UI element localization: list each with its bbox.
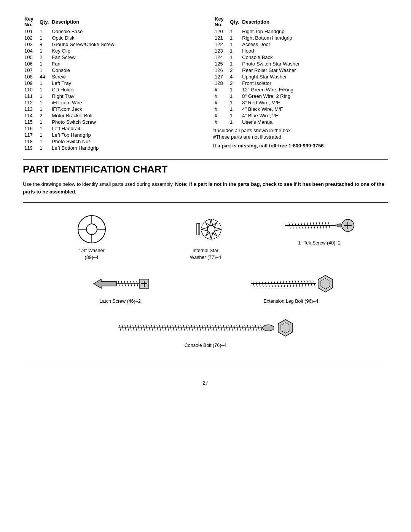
- table-row: 1071Console: [23, 67, 198, 73]
- desc-cell: 4" Black Wire, M/F: [241, 106, 388, 112]
- desc-cell: iFIT.com Wire: [50, 99, 198, 106]
- washer-icon: [75, 214, 109, 244]
- table-row: #1User's Manual: [213, 119, 388, 125]
- notes-section: *Includes all parts shown in the box #Th…: [213, 128, 388, 140]
- qty-cell: 4: [228, 73, 241, 80]
- key-no-cell: 126: [213, 67, 228, 73]
- key-no-cell: 114: [23, 112, 38, 119]
- parts-row-3: Console Bolt (76)–4: [35, 316, 376, 349]
- key-no-cell: 103: [23, 41, 38, 48]
- key-no-cell: 118: [23, 138, 38, 145]
- table-row: 1038Ground Screw/Choke Screw: [23, 41, 198, 48]
- qty-cell: 1: [228, 99, 241, 106]
- left-header-keyno: Key No.: [23, 15, 38, 28]
- desc-cell: 4" Blue Wire, 2F: [241, 112, 388, 119]
- key-no-cell: #: [213, 93, 228, 99]
- right-header-desc: Description: [241, 15, 388, 28]
- desc-cell: Fan Screw: [50, 54, 198, 61]
- key-no-cell: 116: [23, 125, 38, 132]
- desc-cell: Access Door: [241, 41, 388, 48]
- part-id-chart-section: Part Identification Chart Use the drawin…: [23, 163, 388, 368]
- parts-row-2: Latch Screw (46)–2: [35, 272, 376, 305]
- star-washer-item: Internal StarWasher (77)–4: [148, 214, 262, 261]
- table-row: 1262Rear Roller Star Washer: [213, 67, 388, 73]
- svg-point-121: [263, 325, 274, 331]
- washer-label: 1/4" Washer(39)–4: [79, 248, 105, 261]
- leg-bolt-label: Extension Leg Bolt (96)–4: [264, 298, 319, 305]
- washer-visual: [75, 214, 109, 244]
- table-row: 1274Upright Star Washer: [213, 73, 388, 80]
- svg-marker-122: [278, 320, 293, 336]
- console-bolt-item: Console Bolt (76)–4: [110, 316, 301, 349]
- chart-box: 1/4" Washer(39)–4: [23, 202, 388, 368]
- key-no-cell: 117: [23, 132, 38, 138]
- qty-cell: 1: [38, 28, 50, 35]
- table-row: 1191Left Bottom Handgrip: [23, 145, 198, 151]
- table-row: 1041Key Clip: [23, 48, 198, 54]
- key-no-cell: 113: [23, 106, 38, 112]
- key-no-cell: #: [213, 106, 228, 112]
- table-row: 10844Screw: [23, 73, 198, 80]
- key-no-cell: 101: [23, 28, 38, 35]
- table-row: #112" Green Wire, F/Ring: [213, 86, 388, 93]
- key-no-cell: 104: [23, 48, 38, 54]
- tek-screw-item: 1" Tek Screw (40)–2: [263, 214, 376, 247]
- star-washer-visual: [181, 214, 230, 244]
- table-row: 1101CD Holder: [23, 86, 198, 93]
- qty-cell: 8: [38, 41, 50, 48]
- desc-cell: Console Back: [241, 54, 388, 61]
- tek-screw-icon: [281, 214, 357, 237]
- table-row: 1091Left Tray: [23, 80, 198, 86]
- desc-cell: User's Manual: [241, 119, 388, 125]
- key-no-cell: #: [213, 112, 228, 119]
- key-no-cell: 112: [23, 99, 38, 106]
- key-no-cell: 120: [213, 28, 228, 35]
- desc-cell: Motor Bracket Bolt: [50, 112, 198, 119]
- desc-cell: Ground Screw/Choke Screw: [50, 41, 198, 48]
- leg-bolt-icon: [247, 272, 335, 295]
- table-row: 1171Left Top Handgrip: [23, 132, 198, 138]
- key-no-cell: #: [213, 86, 228, 93]
- table-row: 1241Console Back: [213, 54, 388, 61]
- qty-cell: 44: [38, 73, 50, 80]
- qty-cell: 1: [228, 35, 241, 41]
- tek-screw-label: 1" Tek Screw (40)–2: [298, 240, 341, 247]
- desc-cell: Rear Roller Star Washer: [241, 67, 388, 73]
- desc-cell: Left Handrail: [50, 125, 198, 132]
- table-row: 1052Fan Screw: [23, 54, 198, 61]
- table-row: 1201Right Top Handgrip: [213, 28, 388, 35]
- missing-part-text: If a part is missing, call toll-free 1-8…: [213, 143, 325, 149]
- chart-intro-normal: Use the drawings below to identify small…: [23, 181, 174, 187]
- qty-cell: 1: [228, 61, 241, 67]
- key-no-cell: 127: [213, 73, 228, 80]
- desc-cell: iFIT.com Jack: [50, 106, 198, 112]
- qty-cell: 1: [38, 138, 50, 145]
- key-no-cell: 108: [23, 73, 38, 80]
- table-row: #18" Red Wire, M/F: [213, 99, 388, 106]
- table-row: #14" Blue Wire, 2F: [213, 112, 388, 119]
- qty-cell: 1: [38, 99, 50, 106]
- qty-cell: 1: [228, 86, 241, 93]
- right-parts-col: Key No. Qty. Description 1201Right Top H…: [213, 15, 388, 151]
- desc-cell: Right Bottom Handgrip: [241, 35, 388, 41]
- star-washer-label: Internal StarWasher (77)–4: [190, 248, 221, 261]
- desc-cell: Left Top Handgrip: [50, 132, 198, 138]
- table-row: #18" Green Wire, 2 Ring: [213, 93, 388, 99]
- desc-cell: Fan: [50, 61, 198, 67]
- table-row: 1021Optic Disk: [23, 35, 198, 41]
- desc-cell: 8" Red Wire, M/F: [241, 99, 388, 106]
- qty-cell: 1: [38, 61, 50, 67]
- right-header-keyno: Key No.: [213, 15, 228, 28]
- qty-cell: 2: [38, 112, 50, 119]
- svg-marker-30: [94, 279, 116, 288]
- key-no-cell: 121: [213, 35, 228, 41]
- right-header-qty: Qty.: [228, 15, 241, 28]
- key-no-cell: 115: [23, 119, 38, 125]
- left-header-qty: Qty.: [38, 15, 50, 28]
- desc-cell: Left Tray: [50, 80, 198, 86]
- desc-cell: Hood: [241, 48, 388, 54]
- key-no-cell: 109: [23, 80, 38, 86]
- console-bolt-label: Console Bolt (76)–4: [185, 342, 226, 349]
- svg-point-8: [201, 219, 221, 239]
- table-row: 1061Fan: [23, 61, 198, 67]
